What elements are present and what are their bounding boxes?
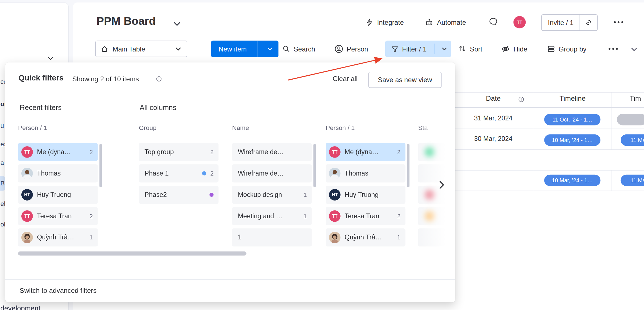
- filter-option-label: Top group: [145, 148, 174, 156]
- copy-link-button[interactable]: [580, 15, 597, 30]
- toolbar-collapse-chevron-icon[interactable]: [630, 45, 638, 53]
- new-item-split-button: New item: [211, 41, 278, 57]
- filter-option[interactable]: Mockup design1: [232, 186, 312, 204]
- hide-label: Hide: [514, 45, 528, 53]
- filter-option[interactable]: [418, 207, 455, 225]
- sidebar-item-fragment[interactable]: u: [0, 122, 4, 129]
- home-icon: [101, 45, 109, 53]
- filter-column-recent-person: Person / 1 TTMe (dyna…2ThomasHTHuy Truon…: [18, 124, 98, 250]
- filter-option[interactable]: HTHuy Truong: [18, 186, 98, 204]
- switch-to-advanced-filters-link[interactable]: Switch to advanced filters: [20, 287, 96, 295]
- filter-option-label: Wireframe desig…: [238, 170, 286, 177]
- person-filter-button[interactable]: Person: [332, 41, 371, 57]
- filter-column-name: Name Wireframe designWireframe desig…Moc…: [232, 124, 312, 250]
- filter-option-count: 2: [397, 213, 400, 219]
- search-button[interactable]: Search: [280, 41, 318, 57]
- invite-button[interactable]: Invite / 1: [542, 15, 580, 30]
- filter-option[interactable]: [418, 228, 455, 246]
- filter-option[interactable]: Meeting and Re…1: [232, 207, 312, 225]
- filter-option[interactable]: Top group2: [139, 143, 219, 161]
- quick-filters-title: Quick filters: [19, 73, 64, 82]
- chevron-down-icon: [175, 45, 182, 53]
- group-by-label: Group by: [559, 45, 586, 53]
- filter-option[interactable]: TTMe (dyna…2: [18, 143, 98, 161]
- sidebar-item-fragment[interactable]: a: [0, 159, 4, 166]
- filter-option[interactable]: [418, 143, 455, 161]
- toolbar-more-options-icon[interactable]: [608, 47, 619, 51]
- filter-option-label: Huy Truong: [37, 191, 71, 198]
- vertical-scrollbar[interactable]: [99, 144, 102, 187]
- date-cell[interactable]: 30 Mar, 2024: [470, 135, 517, 143]
- sidebar-item-fragment[interactable]: development: [0, 304, 40, 310]
- table-row-border: [455, 170, 644, 170]
- table-row-border: [455, 191, 644, 191]
- filter-option[interactable]: Thomas: [18, 164, 98, 182]
- filter-option-label: 1: [238, 234, 242, 241]
- status-color-blob: [425, 147, 435, 157]
- filter-option[interactable]: Quỳnh Trâ…1: [18, 228, 98, 246]
- filter-option[interactable]: Phase 12: [139, 164, 219, 182]
- timeline-pill-empty[interactable]: [617, 114, 644, 125]
- integrate-label: Integrate: [377, 18, 404, 26]
- hide-button[interactable]: Hide: [499, 41, 530, 57]
- filter-option-label: Teresa Tran: [344, 212, 379, 220]
- filter-button[interactable]: Filter / 1: [385, 45, 431, 53]
- filter-option[interactable]: Thomas: [326, 164, 405, 182]
- timeline-pill[interactable]: 10 Mar, ’24 - 1…: [544, 134, 600, 146]
- view-selector-main-table[interactable]: Main Table: [95, 41, 187, 57]
- filter-option[interactable]: Wireframe design: [232, 143, 312, 161]
- filter-option[interactable]: Phase2: [139, 186, 219, 204]
- new-item-dropdown-button[interactable]: [261, 41, 278, 57]
- integrate-button[interactable]: Integrate: [365, 17, 404, 27]
- filter-option-list: Wireframe designWireframe desig…Mockup d…: [232, 143, 312, 246]
- avatar-photo: [329, 168, 341, 179]
- filter-option-label: Meeting and Re…: [238, 212, 286, 220]
- column-header-time2[interactable]: Tim: [630, 95, 644, 103]
- horizontal-scrollbar[interactable]: [18, 251, 246, 256]
- filter-option-count: 2: [89, 213, 93, 219]
- clear-all-button[interactable]: Clear all: [333, 75, 357, 83]
- all-columns-section-label: All columns: [140, 104, 177, 112]
- column-header-timeline[interactable]: Timeline: [550, 95, 596, 103]
- link-icon: [585, 19, 592, 26]
- filter-option[interactable]: Wireframe desig…: [232, 164, 312, 182]
- filter-option[interactable]: 1: [232, 228, 312, 246]
- timeline-pill[interactable]: 11 Oct, ’24 - 1…: [544, 114, 600, 125]
- filter-option-label: Me (dyna…: [344, 148, 379, 156]
- filter-option-count: 1: [89, 234, 93, 241]
- scroll-right-chevron-icon[interactable]: [436, 179, 447, 191]
- timeline-pill[interactable]: 10 Mar, ’24 - 1…: [544, 175, 600, 186]
- new-item-button[interactable]: New item: [211, 41, 254, 57]
- group-color-dot: [210, 193, 214, 197]
- header-more-options-icon[interactable]: [613, 21, 624, 24]
- save-as-new-view-button[interactable]: Save as new view: [368, 72, 442, 88]
- filter-option-label: Phase2: [145, 191, 167, 198]
- filter-dropdown-button[interactable]: [438, 46, 451, 52]
- user-avatar[interactable]: TT: [514, 16, 526, 28]
- filter-option-label: Teresa Tran: [37, 212, 71, 220]
- timeline-pill[interactable]: 11 Mar: [621, 134, 644, 146]
- info-icon[interactable]: [518, 96, 524, 103]
- group-by-icon: [547, 45, 555, 53]
- info-icon[interactable]: [156, 76, 162, 82]
- group-by-button[interactable]: Group by: [545, 41, 589, 57]
- board-title-chevron-icon[interactable]: [172, 19, 181, 28]
- filter-option[interactable]: TTMe (dyna…2: [326, 143, 405, 161]
- table-column-divider: [612, 170, 612, 191]
- automate-button[interactable]: Automate: [425, 17, 466, 27]
- filter-option[interactable]: Quỳnh Trâ…1: [326, 228, 405, 246]
- filter-option-count: 2: [89, 149, 93, 155]
- timeline-pill[interactable]: 11 Mar: [621, 175, 644, 186]
- filter-option[interactable]: HTHuy Truong: [326, 186, 405, 204]
- date-cell[interactable]: 31 Mar, 2024: [470, 114, 517, 122]
- vertical-scrollbar[interactable]: [407, 144, 409, 187]
- group-color-dot: [202, 171, 206, 176]
- panel-collapse-chevron-icon[interactable]: [45, 53, 56, 64]
- chat-icon[interactable]: [488, 17, 498, 27]
- sort-button[interactable]: Sort: [456, 41, 485, 57]
- vertical-scrollbar[interactable]: [313, 144, 316, 187]
- sidebar-item-fragment[interactable]: ol: [0, 221, 5, 228]
- filter-option[interactable]: TTTeresa Tran2: [18, 207, 98, 225]
- filter-option[interactable]: TTTeresa Tran2: [326, 207, 405, 225]
- column-header-date[interactable]: Date: [476, 95, 511, 103]
